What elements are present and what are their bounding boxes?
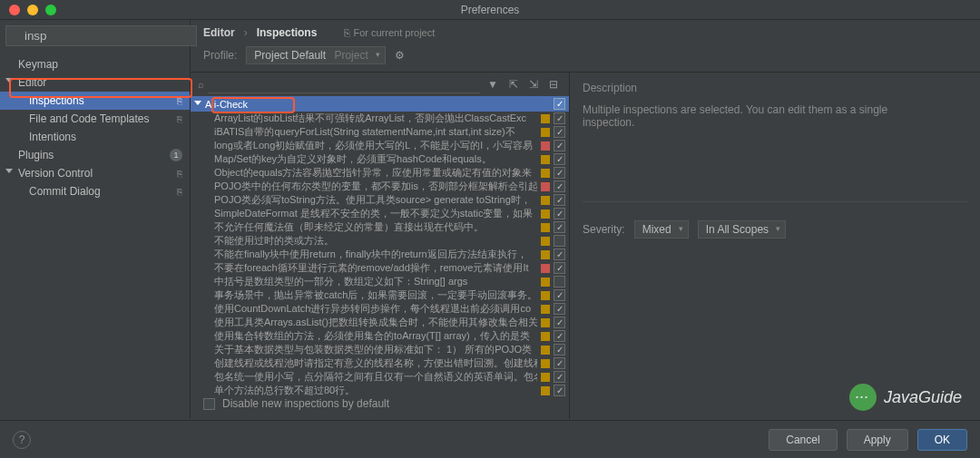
inspection-label: 不要在foreach循环里进行元素的remove/add操作，remove元素请… (214, 261, 537, 275)
inspection-label: iBATIS自带的queryForList(String statementNa… (214, 125, 537, 139)
current-project-icon: ⎘ (177, 96, 182, 106)
gear-icon[interactable]: ⚙ (395, 49, 405, 62)
inspection-checkbox[interactable] (554, 276, 565, 287)
inspection-label: POJO类中的任何布尔类型的变量，都不要加is，否则部分框架解析会引起 (214, 180, 537, 193)
collapse-icon[interactable]: ⇲ (525, 78, 542, 91)
breadcrumb-root[interactable]: Editor (203, 26, 235, 39)
inspection-label: 使用集合转数组的方法，必须使用集合的toArray(T[] array)，传入的… (214, 329, 537, 343)
inspections-panel: ⌕ ▼ ⇱ ⇲ ⊟ Ali-Check✓ArrayList的subList结果不… (191, 73, 570, 419)
search-input[interactable] (5, 25, 197, 46)
inspection-row[interactable]: 使用CountDownLatch进行异步转同步操作，每个线程退出前必须调用co✓ (191, 302, 569, 316)
sidebar-item-version-control[interactable]: Version Control⎘ (0, 164, 190, 182)
scope-combo[interactable]: In All Scopes (698, 220, 786, 239)
inspection-checkbox[interactable]: ✓ (554, 208, 565, 219)
warning-icon (541, 305, 550, 314)
inspection-checkbox[interactable]: ✓ (554, 140, 565, 151)
sidebar-item-keymap[interactable]: Keymap (0, 55, 190, 73)
disable-checkbox[interactable] (203, 398, 215, 410)
group-checkbox[interactable]: ✓ (554, 98, 565, 110)
inspection-row[interactable]: 关于基本数据类型与包装数据类型的使用标准如下： 1） 所有的POJO类✓ (191, 343, 569, 356)
inspection-row[interactable]: 不能使用过时的类或方法。 (191, 234, 569, 248)
inspection-group[interactable]: Ali-Check✓ (191, 96, 569, 112)
severity-combo[interactable]: Mixed (634, 220, 689, 239)
inspection-row[interactable]: 包名统一使用小写，点分隔符之间有且仅有一个自然语义的英语单词。包名✓ (191, 370, 569, 384)
inspection-checkbox[interactable]: ✓ (554, 180, 565, 192)
inspection-checkbox[interactable]: ✓ (554, 385, 565, 396)
sidebar-item-plugins[interactable]: Plugins1 (0, 146, 190, 164)
inspection-row[interactable]: 不要在foreach循环里进行元素的remove/add操作，remove元素请… (191, 261, 569, 275)
inspection-row[interactable]: iBATIS自带的queryForList(String statementNa… (191, 125, 569, 139)
inspection-checkbox[interactable]: ✓ (554, 357, 565, 369)
inspection-checkbox[interactable]: ✓ (554, 248, 565, 260)
breadcrumb-current: Inspections (257, 26, 318, 39)
sidebar-item-label: Commit Dialog (29, 185, 101, 198)
disable-label: Disable new inspections by default (222, 397, 389, 410)
filter-input[interactable] (208, 75, 480, 93)
inspection-row[interactable]: 事务场景中，抛出异常被catch后，如果需要回滚，一定要手动回滚事务。✓ (191, 288, 569, 302)
inspection-checkbox[interactable]: ✓ (554, 112, 565, 124)
inspection-row[interactable]: POJO类必须写toString方法。使用工具类source> generate… (191, 193, 569, 207)
sidebar-item-intentions[interactable]: Intentions (0, 128, 190, 146)
sidebar-item-label: Plugins (18, 149, 54, 161)
profile-combo[interactable]: Project Default Project (246, 46, 385, 64)
sidebar-item-file-and-code-templates[interactable]: File and Code Templates⎘ (0, 110, 190, 128)
inspection-row[interactable]: 不允许任何魔法值（即未经定义的常量）直接出现在代码中。✓ (191, 220, 569, 234)
inspection-checkbox[interactable]: ✓ (554, 153, 565, 165)
current-project-icon: ⎘ (177, 187, 182, 197)
warning-icon (541, 169, 550, 178)
inspection-checkbox[interactable]: ✓ (554, 317, 565, 328)
description-text: Multiple inspections are selected. You c… (583, 103, 927, 129)
sidebar-item-commit-dialog[interactable]: Commit Dialog⎘ (0, 182, 190, 200)
sidebar-item-label: Intentions (29, 131, 76, 143)
inspection-row[interactable]: ArrayList的subList结果不可强转成ArrayList，否则会抛出C… (191, 112, 569, 125)
divider (583, 201, 967, 202)
inspections-toolbar: ⌕ ▼ ⇱ ⇲ ⊟ (191, 73, 569, 96)
sidebar-item-editor[interactable]: Editor (0, 73, 190, 92)
help-button[interactable]: ? (13, 431, 31, 449)
filter-icon[interactable]: ▼ (484, 78, 502, 91)
inspection-checkbox[interactable]: ✓ (554, 303, 565, 315)
inspection-row[interactable]: 不能在finally块中使用return，finally块中的return返回后… (191, 248, 569, 261)
titlebar: Preferences (0, 0, 980, 20)
sidebar-item-inspections[interactable]: Inspections⎘ (0, 92, 190, 110)
inspection-checkbox[interactable]: ✓ (554, 262, 565, 274)
inspection-checkbox[interactable]: ✓ (554, 371, 565, 383)
inspection-checkbox[interactable] (554, 235, 565, 247)
warning-icon (541, 291, 550, 300)
inspection-row[interactable]: 使用集合转数组的方法，必须使用集合的toArray(T[] array)，传入的… (191, 329, 569, 343)
inspection-row[interactable]: 中括号是数组类型的一部分，数组定义如下：String[] args (191, 275, 569, 288)
inspection-checkbox[interactable]: ✓ (554, 289, 565, 301)
inspection-checkbox[interactable]: ✓ (554, 126, 565, 138)
inspection-checkbox[interactable]: ✓ (554, 221, 565, 233)
expand-icon[interactable]: ⇱ (505, 78, 522, 91)
inspection-row[interactable]: Object的equals方法容易抛空指针异常，应使用常量或确定有值的对象来✓ (191, 166, 569, 180)
inspection-checkbox[interactable]: ✓ (554, 194, 565, 206)
watermark: JavaGuide (849, 384, 962, 411)
inspection-label: 包名统一使用小写，点分隔符之间有且仅有一个自然语义的英语单词。包名 (214, 370, 537, 384)
wechat-icon (849, 384, 877, 411)
inspection-row[interactable]: 创建线程或线程池时请指定有意义的线程名称，方便出错时回溯。创建线程✓ (191, 356, 569, 370)
inspection-checkbox[interactable]: ✓ (554, 330, 565, 342)
description-panel: Description Multiple inspections are sel… (570, 73, 980, 419)
inspection-label: 使用工具类Arrays.asList()把数组转换成集合时，不能使用其修改集合相… (214, 316, 537, 329)
inspection-row[interactable]: POJO类中的任何布尔类型的变量，都不要加is，否则部分框架解析会引起✓ (191, 180, 569, 193)
reset-icon[interactable]: ⊟ (545, 78, 562, 91)
ok-button[interactable]: OK (917, 429, 967, 451)
inspection-row[interactable]: 单个方法的总行数不超过80行。✓ (191, 384, 569, 397)
apply-button[interactable]: Apply (847, 429, 908, 451)
warning-icon (541, 332, 550, 341)
inspection-row[interactable]: 使用工具类Arrays.asList()把数组转换成集合时，不能使用其修改集合相… (191, 316, 569, 329)
project-icon: ⎘ (344, 27, 350, 38)
severity-row: Severity: Mixed In All Scopes (583, 220, 967, 239)
inspection-row[interactable]: long或者Long初始赋值时，必须使用大写的L，不能是小写的l，小写容易✓ (191, 139, 569, 152)
error-icon (541, 141, 550, 151)
inspection-checkbox[interactable]: ✓ (554, 167, 565, 179)
disable-new-row[interactable]: Disable new inspections by default (203, 397, 389, 410)
inspection-row[interactable]: SimpleDateFormat 是线程不安全的类，一般不要定义为static变… (191, 207, 569, 220)
inspection-label: SimpleDateFormat 是线程不安全的类，一般不要定义为static变… (214, 207, 537, 220)
cancel-button[interactable]: Cancel (769, 429, 837, 451)
inspection-row[interactable]: Map/Set的key为自定义对象时，必须重写hashCode和equals。✓ (191, 152, 569, 166)
inspection-checkbox[interactable]: ✓ (554, 344, 565, 356)
sidebar: ⌕ KeymapEditorInspections⎘File and Code … (0, 20, 191, 419)
inspection-label: long或者Long初始赋值时，必须使用大写的L，不能是小写的l，小写容易 (214, 139, 537, 152)
